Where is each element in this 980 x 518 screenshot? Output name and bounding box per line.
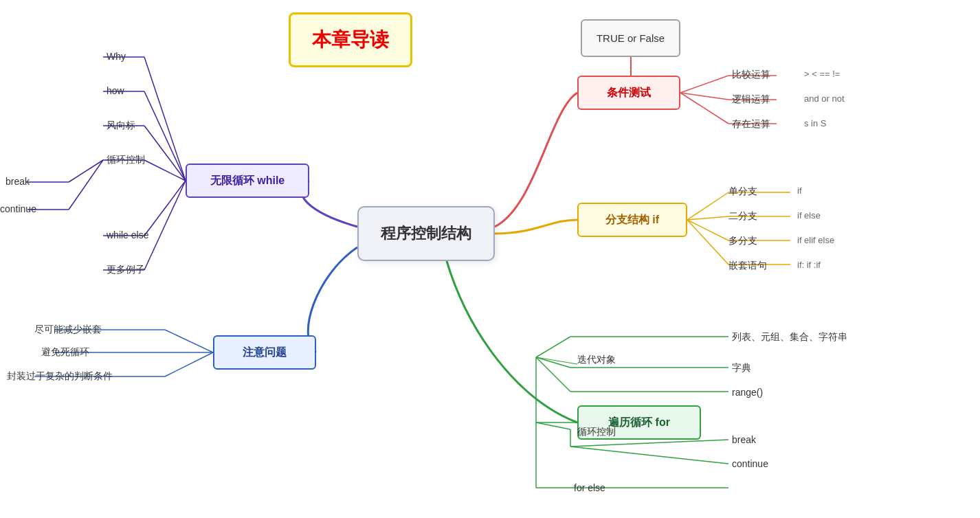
svg-line-39 (536, 337, 570, 357)
for-iter-2: range() (732, 387, 763, 398)
svg-line-28 (69, 160, 103, 210)
title-text: 本章导读 (312, 27, 389, 53)
while-break: break (5, 176, 30, 187)
svg-line-8 (687, 216, 728, 220)
branch-node: 分支结构 if (577, 203, 687, 237)
svg-line-31 (165, 330, 213, 352)
svg-line-27 (69, 160, 103, 182)
while-leaf-how: how (107, 85, 124, 96)
branch-val-2: if elif else (797, 235, 834, 245)
for-text: 遍历循环 for (608, 416, 670, 430)
notice-text: 注意问题 (243, 346, 287, 360)
for-iter-0: 列表、元组、集合、字符串 (732, 331, 847, 344)
notice-leaf-1: 避免死循环 (41, 346, 89, 359)
while-node: 无限循环 while (186, 164, 309, 198)
branch-val-3: if: if :if (797, 260, 821, 270)
branch-val-0: if (797, 185, 802, 196)
svg-line-3 (680, 93, 728, 124)
for-ctrl-0: break (732, 434, 756, 445)
for-else: for else (574, 482, 605, 493)
true-false-text: TRUE or False (597, 32, 665, 44)
condition-text: 条件测试 (607, 86, 651, 100)
center-text: 程序控制结构 (381, 223, 471, 244)
cond-val-1: and or not (804, 93, 845, 104)
for-iter-label: 迭代对象 (577, 354, 616, 366)
while-text: 无限循环 while (210, 174, 285, 188)
true-false-node: TRUE or False (581, 19, 680, 57)
svg-line-45 (536, 423, 570, 429)
cond-leaf-0: 比较运算 (732, 69, 770, 81)
svg-line-1 (680, 76, 728, 93)
center-node: 程序控制结构 (357, 206, 495, 261)
branch-leaf-0: 单分支 (728, 185, 757, 198)
while-leaf-control: 循环控制 (107, 154, 145, 166)
svg-line-41 (536, 357, 570, 392)
svg-line-16 (144, 91, 186, 181)
cond-val-2: s in S (804, 118, 827, 128)
svg-line-18 (144, 160, 186, 181)
cond-val-0: > < == != (804, 69, 840, 79)
svg-line-20 (144, 181, 186, 270)
svg-line-48 (570, 447, 728, 464)
svg-line-52 (536, 357, 577, 364)
branch-leaf-1: 二分支 (728, 210, 757, 223)
cond-leaf-1: 逻辑运算 (732, 93, 770, 106)
notice-leaf-0: 尽可能减少嵌套 (34, 324, 102, 336)
for-ctrl-1: continue (732, 458, 768, 469)
svg-line-40 (536, 357, 570, 368)
while-continue: continue (0, 203, 36, 214)
title-node: 本章导读 (289, 12, 412, 67)
condition-node: 条件测试 (577, 76, 680, 110)
svg-line-33 (165, 352, 213, 376)
while-leaf-more: 更多例子 (107, 264, 145, 276)
while-leaf-fengxiang: 风向标 (107, 120, 135, 132)
notice-leaf-2: 封装过于复杂的判断条件 (7, 370, 113, 383)
svg-line-9 (687, 220, 728, 240)
branch-val-1: if else (797, 210, 821, 221)
for-control-label: 循环控制 (577, 426, 616, 438)
svg-line-19 (144, 181, 186, 236)
cond-leaf-2: 存在运算 (732, 118, 770, 131)
svg-line-15 (144, 57, 186, 181)
svg-line-17 (144, 126, 186, 181)
branch-leaf-2: 多分支 (728, 235, 757, 247)
svg-line-47 (570, 440, 728, 447)
branch-leaf-3: 嵌套语句 (728, 260, 767, 272)
svg-line-2 (680, 93, 728, 100)
while-leaf-else: while else (107, 229, 148, 240)
while-leaf-why: Why (107, 51, 126, 62)
for-iter-1: 字典 (732, 362, 751, 374)
branch-text: 分支结构 if (605, 213, 659, 227)
svg-line-10 (687, 220, 728, 264)
notice-node: 注意问题 (213, 335, 316, 370)
svg-line-7 (687, 192, 728, 220)
